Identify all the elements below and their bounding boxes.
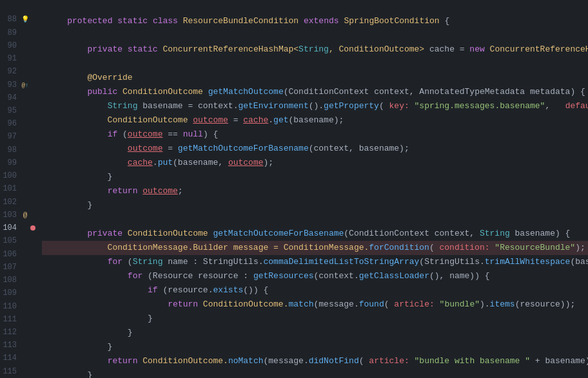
code-token: ConditionOutcome: [117, 85, 208, 99]
code-token: private: [87, 43, 122, 57]
line-number: 98: [0, 146, 21, 155]
gutter-row: 107: [0, 261, 42, 274]
gutter-row: 94: [0, 91, 42, 104]
code-token: [47, 184, 108, 198]
code-token: (), name)) {: [429, 269, 490, 283]
code-token: [137, 184, 142, 198]
gutter-row: 106: [0, 247, 42, 260]
code-editor: 88💡8990919293@↑949596979899100101102103@…: [0, 0, 588, 378]
line-number: 106: [0, 250, 21, 259]
gutter-row: 112: [0, 326, 42, 339]
code-token: ).: [480, 298, 490, 312]
code-token: [178, 14, 183, 28]
code-token: ConditionMessage.Builder message = Condi…: [47, 241, 369, 255]
code-token: [47, 354, 108, 368]
code-token: ConditionOutcome: [47, 113, 193, 128]
code-token: protected: [67, 14, 112, 28]
at-icon: @: [21, 211, 30, 219]
line-number: 95: [0, 106, 21, 115]
gutter-row: 91: [0, 52, 42, 65]
code-token: );: [264, 156, 274, 170]
code-token: name : StringUtils.: [162, 255, 263, 269]
line-number: 97: [0, 132, 21, 141]
code-line: private ConditionOutcome getMatchOutcome…: [42, 227, 588, 241]
code-token: ConditionOutcome.: [137, 354, 228, 368]
breakpoint-area[interactable]: [30, 225, 36, 231]
code-token: "bundle with basename ": [415, 354, 530, 368]
code-token: [47, 99, 108, 113]
code-token: (: [359, 354, 369, 368]
code-token: article:: [369, 354, 409, 368]
code-token: (context.: [314, 269, 359, 283]
code-token: [47, 14, 67, 28]
code-token: }: [47, 326, 133, 340]
code-token: for: [128, 269, 142, 283]
code-line: if (resource.exists()) {: [42, 283, 588, 298]
code-token: ()) {: [243, 283, 268, 298]
code-token: ==: [162, 128, 182, 142]
code-token: (basename,: [173, 156, 228, 170]
code-content[interactable]: protected static class ResourceBundleCon…: [42, 0, 588, 378]
code-token: return: [168, 298, 198, 312]
code-token: items: [490, 298, 515, 312]
code-token: SpringBootCondition: [344, 14, 439, 28]
gutter-row: 89: [0, 26, 42, 39]
code-token: getResources: [253, 269, 314, 283]
code-token: outcome: [228, 156, 264, 170]
line-number: 96: [0, 119, 21, 128]
code-line: String basename = context.getEnvironment…: [42, 99, 588, 113]
line-number: 93: [0, 80, 21, 90]
gutter-row: 101: [0, 182, 42, 195]
code-line: protected static class ResourceBundleCon…: [42, 14, 588, 28]
code-token: [490, 241, 495, 255]
code-line: cache.put(basename, outcome);: [42, 156, 588, 170]
line-number: 90: [0, 41, 21, 50]
code-line: return outcome;: [42, 184, 588, 198]
code-token: extends: [304, 14, 339, 28]
line-number: 100: [0, 171, 21, 180]
code-token: String: [108, 99, 138, 113]
code-token: found: [359, 298, 384, 312]
code-token: "bundle": [440, 298, 480, 312]
gutter-row: 90: [0, 39, 42, 52]
gutter-row: 92: [0, 65, 42, 78]
gutter-row: 93@↑: [0, 78, 42, 91]
code-line: [42, 57, 588, 71]
code-token: (message.: [263, 354, 308, 368]
code-token: (StringUtils.: [419, 255, 484, 269]
code-token: @Override: [87, 71, 132, 85]
code-token: [47, 156, 128, 170]
line-gutter: 88💡8990919293@↑949596979899100101102103@…: [0, 0, 42, 378]
code-line: }: [42, 340, 588, 354]
code-line: }: [42, 170, 588, 184]
line-number: 108: [0, 276, 21, 285]
code-token: key:: [389, 99, 409, 113]
line-number: 91: [0, 54, 21, 63]
code-token: [339, 14, 344, 28]
code-token: (Resource resource :: [142, 269, 253, 283]
line-number: 109: [0, 288, 21, 298]
code-line: }: [42, 326, 588, 340]
code-token: ) {: [203, 128, 218, 142]
gutter-row: 95: [0, 104, 42, 117]
code-token: cache: [128, 156, 153, 170]
gutter-row: 104: [0, 222, 42, 234]
code-token: forCondition: [369, 241, 429, 255]
code-token: String: [480, 227, 510, 241]
code-token: [409, 354, 415, 368]
code-token: basename = context.: [137, 99, 238, 113]
line-number: 92: [0, 67, 21, 76]
line-number: 105: [0, 236, 21, 245]
gutter-row: 99: [0, 156, 42, 169]
code-token: [47, 255, 108, 269]
line-number: 111: [0, 315, 21, 324]
code-token: [47, 71, 87, 85]
gutter-row: 88💡: [0, 13, 42, 26]
code-token: commaDelimitedListToStringArray: [263, 255, 419, 269]
code-token: ConcurrentReferenceHashMap<>: [490, 43, 588, 57]
code-token: }: [47, 312, 153, 326]
line-number: 104: [0, 223, 21, 232]
code-line: }: [42, 312, 588, 326]
code-token: [47, 85, 87, 99]
code-token: match: [288, 298, 313, 312]
